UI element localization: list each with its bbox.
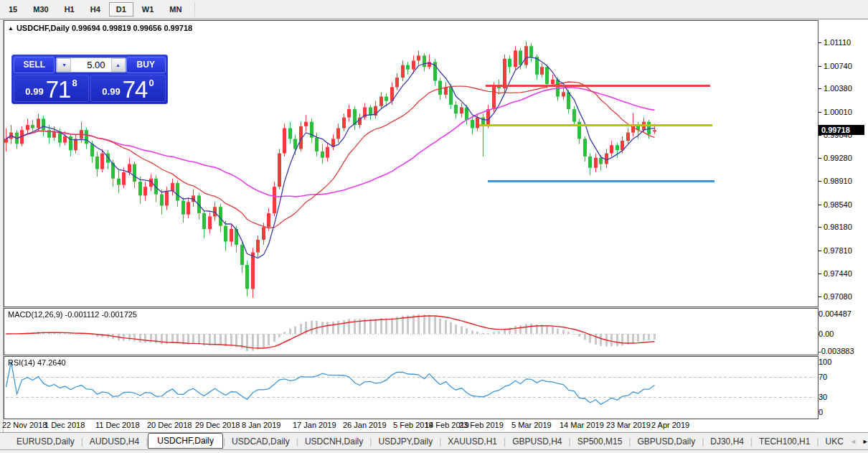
lot-increase-button[interactable]: ▲	[111, 58, 126, 72]
status-strip	[0, 449, 868, 453]
macd-axis-tick: 0.004487	[819, 309, 852, 318]
tick-dash	[819, 42, 821, 43]
timeframe-button-h1[interactable]: H1	[57, 2, 82, 17]
chart-collapse-icon[interactable]: ▲	[8, 25, 14, 32]
tick-dash	[819, 296, 821, 297]
buy-price-display[interactable]: 0.99 74 0	[90, 75, 166, 102]
chart-tab-gbpusd-h4[interactable]: GBPUSD,H4	[506, 434, 568, 449]
price-chart-panel: ▲USDCHF,Daily 0.99694 0.99819 0.99656 0.…	[4, 20, 819, 307]
toolbar-separator	[194, 2, 195, 17]
chart-tab-usdcnh-daily[interactable]: USDCNH,Daily	[298, 434, 369, 449]
time-axis-label: 5 Mar 2019	[511, 421, 552, 429]
timeframe-button-w1[interactable]: W1	[135, 2, 161, 17]
chart-tab-usdjpy-daily[interactable]: USDJPY,Daily	[372, 434, 439, 449]
buy-price-pip: 0	[148, 78, 154, 88]
macd-axis-tick: 0.00	[819, 330, 834, 338]
tick-dash	[819, 227, 821, 228]
price-axis[interactable]: 1.011101.007401.003801.000100.996400.992…	[819, 19, 868, 432]
time-axis-label: 23 Feb 2019	[459, 421, 504, 429]
price-axis-tick: 0.97080	[819, 292, 852, 301]
chart-tab-tech100-h1[interactable]: TECH100,H1	[753, 434, 816, 449]
sell-button[interactable]: SELL	[14, 57, 55, 73]
sell-price-main: 71	[46, 80, 71, 100]
tick-label: 0.98910	[824, 177, 852, 185]
tick-dash	[819, 251, 821, 251]
tick-label: 1.00740	[824, 62, 852, 70]
price-axis-tick: 0.98910	[819, 177, 852, 185]
tick-dash	[819, 205, 821, 205]
time-axis-label: 14 Mar 2019	[560, 421, 604, 429]
tick-label: 1.01110	[824, 38, 851, 47]
chart-tab-xauusd-h1[interactable]: XAUUSD,H1	[441, 434, 504, 449]
rsi-axis-tick: 100	[819, 358, 831, 366]
tab-scroll-left-icon[interactable]: ◄	[850, 438, 857, 445]
lot-decrease-button[interactable]: ▼	[57, 58, 71, 72]
price-axis-tick: 0.98540	[819, 200, 852, 209]
macd-label: MACD(12,26,9) -0.001112 -0.001725	[8, 310, 137, 319]
rsi-axis-tick: 0	[819, 408, 823, 416]
time-axis-label: 17 Jan 2019	[293, 421, 336, 429]
tab-scroll-right-icon[interactable]: ►	[862, 438, 868, 445]
macd-axis-tick: -0.003883	[819, 347, 854, 355]
sell-price-prefix: 0.99	[25, 86, 43, 97]
timeframe-button-d1[interactable]: D1	[109, 2, 133, 17]
buy-button[interactable]: BUY	[126, 57, 166, 73]
time-axis-label: 26 Jan 2019	[343, 421, 387, 429]
time-axis-label: 2 Apr 2019	[651, 421, 689, 429]
sell-price-pip: 8	[72, 78, 77, 88]
tick-dash	[819, 66, 821, 67]
one-click-trade-panel: SELL ▼ ▲ BUY 0.99 71 8 0.99 74 0	[11, 55, 168, 104]
rsi-label: RSI(14) 47.2640	[8, 358, 66, 367]
time-axis-label: 29 Dec 2018	[195, 421, 240, 429]
chart-tab-gbpusd-daily[interactable]: GBPUSD,Daily	[631, 434, 702, 449]
tick-dash	[819, 158, 821, 159]
tick-label: 0.97810	[824, 246, 852, 255]
lot-size-spinner: ▼ ▲	[56, 57, 126, 73]
price-axis-tick: 0.97440	[819, 269, 852, 278]
timeframe-button-m30[interactable]: M30	[26, 2, 55, 17]
timeframe-button-mn[interactable]: MN	[162, 2, 189, 17]
time-axis-label: 23 Mar 2019	[606, 421, 651, 429]
tick-label: 0.98180	[824, 223, 852, 231]
price-axis-tick: 0.99280	[819, 154, 852, 162]
chart-tab-sp500-m15[interactable]: SP500,M15	[571, 434, 629, 449]
timeframe-button-h4[interactable]: H4	[83, 2, 108, 17]
buy-price-main: 74	[123, 80, 148, 100]
time-axis-label: 8 Jan 2019	[242, 421, 280, 429]
timeframe-button-15[interactable]: 15	[1, 2, 24, 17]
chart-tab-audusd-h4[interactable]: AUDUSD,H4	[83, 434, 146, 449]
chart-tabs-bar: EURUSD,Daily|AUDUSD,H4|USDCHF,Daily|USDC…	[0, 432, 868, 449]
time-axis-label: 11 Dec 2018	[95, 421, 140, 429]
sell-price-display[interactable]: 0.99 71 8	[14, 75, 89, 102]
time-axis-label: 22 Nov 2018	[2, 421, 47, 429]
lot-size-input[interactable]	[71, 58, 110, 72]
macd-indicator-panel: MACD(12,26,9) -0.001112 -0.001725	[4, 308, 819, 355]
price-axis-tick: 1.00010	[819, 108, 852, 116]
chart-tab-eurusd-daily[interactable]: EURUSD,Daily	[10, 434, 81, 449]
timeframe-toolbar: 15M30H1H4D1W1MN	[0, 0, 868, 19]
price-axis-tick: 1.01110	[819, 38, 851, 47]
tick-dash	[819, 181, 821, 182]
price-axis-tick: 1.00740	[819, 62, 852, 70]
tick-dash	[819, 274, 821, 274]
tick-dash	[819, 112, 821, 113]
chart-tab-ukc[interactable]: UKC	[819, 434, 850, 449]
chart-tab-usdcad-daily[interactable]: USDCAD,Daily	[225, 434, 296, 449]
buy-price-prefix: 0.99	[102, 86, 120, 97]
tick-dash	[819, 88, 821, 89]
tick-label: 1.00010	[824, 108, 852, 116]
chart-title-text: USDCHF,Daily 0.99694 0.99819 0.99656 0.9…	[16, 24, 192, 32]
price-axis-tick: 1.00380	[819, 84, 852, 93]
chart-tab-usdchf-daily[interactable]: USDCHF,Daily	[148, 433, 223, 449]
time-axis-label: 1 Dec 2018	[44, 421, 85, 429]
tick-label: 0.98540	[824, 200, 852, 209]
price-axis-tick: 0.97810	[819, 246, 852, 255]
chart-title: ▲USDCHF,Daily 0.99694 0.99819 0.99656 0.…	[8, 24, 192, 32]
rsi-axis-tick: 70	[819, 373, 827, 381]
tick-label: 0.97440	[824, 269, 852, 278]
chart-tab-dj30-h4[interactable]: DJ30,H4	[704, 434, 750, 449]
current-price-marker: 0.99718	[819, 125, 864, 135]
tick-label: 0.99280	[824, 154, 852, 162]
time-axis[interactable]: 22 Nov 20181 Dec 201811 Dec 201820 Dec 2…	[4, 419, 819, 431]
rsi-canvas[interactable]	[4, 357, 818, 419]
